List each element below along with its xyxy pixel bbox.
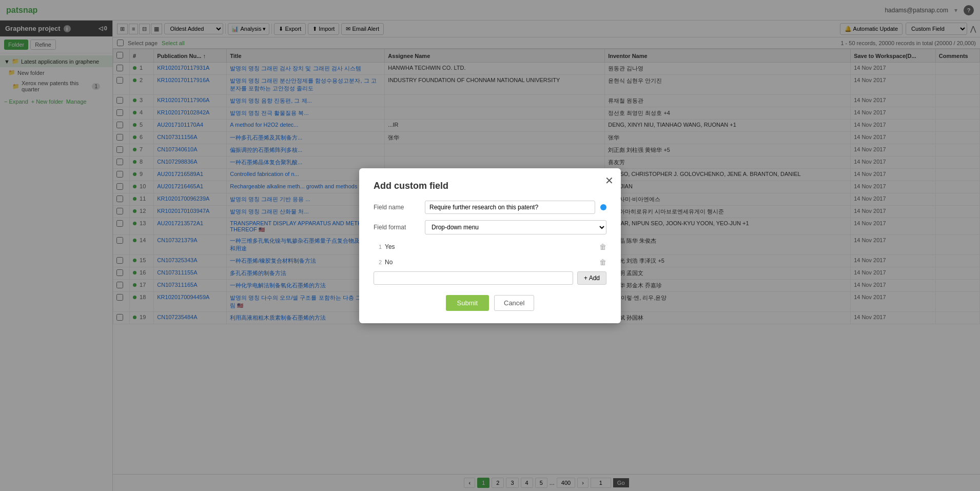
option-num-1: 1 bbox=[374, 244, 382, 250]
option-row-2: 2 No 🗑 bbox=[374, 256, 606, 268]
submit-button[interactable]: Submit bbox=[446, 295, 489, 311]
option-row-1: 1 Yes 🗑 bbox=[374, 241, 606, 253]
add-option-row: + Add bbox=[374, 271, 606, 285]
add-custom-field-modal: Add custom field ✕ Field name Field form… bbox=[359, 168, 621, 323]
modal-title: Add custom field bbox=[374, 181, 606, 191]
modal-close-button[interactable]: ✕ bbox=[605, 174, 614, 187]
field-name-row: Field name bbox=[374, 201, 606, 214]
option-num-2: 2 bbox=[374, 259, 382, 265]
field-name-input[interactable] bbox=[425, 201, 595, 214]
field-format-label: Field format bbox=[374, 224, 420, 231]
field-format-select[interactable]: Drop-down menu Text Date Number bbox=[425, 220, 606, 234]
modal-actions: Submit Cancel bbox=[374, 295, 606, 311]
field-format-row: Field format Drop-down menu Text Date Nu… bbox=[374, 220, 606, 234]
modal-overlay: Add custom field ✕ Field name Field form… bbox=[0, 0, 980, 491]
option-text-1: Yes bbox=[385, 243, 596, 250]
options-list: 1 Yes 🗑 2 No 🗑 bbox=[374, 241, 606, 268]
field-indicator bbox=[600, 204, 606, 210]
add-option-input[interactable] bbox=[374, 271, 573, 285]
option-text-2: No bbox=[385, 259, 596, 266]
option-delete-1[interactable]: 🗑 bbox=[599, 243, 606, 251]
add-option-button[interactable]: + Add bbox=[577, 271, 606, 285]
option-delete-2[interactable]: 🗑 bbox=[599, 258, 606, 266]
cancel-button[interactable]: Cancel bbox=[494, 295, 534, 311]
field-name-label: Field name bbox=[374, 204, 420, 211]
